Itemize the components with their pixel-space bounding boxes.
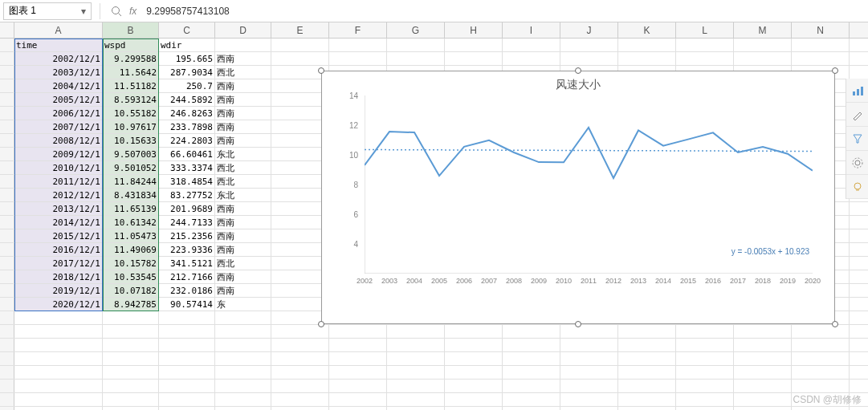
column-header-B[interactable]: B bbox=[103, 22, 159, 38]
cell[interactable] bbox=[676, 52, 734, 65]
column-header-E[interactable]: E bbox=[271, 22, 329, 38]
cell[interactable] bbox=[560, 39, 618, 51]
cell[interactable]: wdir bbox=[159, 39, 215, 51]
cell[interactable] bbox=[329, 39, 387, 51]
cell[interactable]: 8.593124 bbox=[103, 93, 159, 106]
cell[interactable]: 90.57414 bbox=[159, 298, 215, 311]
cell[interactable] bbox=[215, 311, 271, 324]
cell[interactable] bbox=[14, 366, 103, 379]
cell[interactable] bbox=[271, 393, 329, 406]
cell[interactable]: 8.942785 bbox=[103, 298, 159, 311]
resize-handle-tl[interactable] bbox=[318, 67, 324, 74]
cell[interactable] bbox=[676, 325, 734, 338]
cell[interactable] bbox=[329, 380, 387, 392]
cell[interactable]: 2018/12/1 bbox=[14, 270, 103, 283]
row-header[interactable] bbox=[0, 189, 14, 201]
cell[interactable] bbox=[103, 352, 159, 365]
row-header[interactable] bbox=[0, 380, 14, 392]
cell[interactable] bbox=[734, 52, 792, 65]
cell[interactable]: 西南 bbox=[215, 284, 271, 297]
cell[interactable] bbox=[792, 325, 850, 338]
cell[interactable] bbox=[560, 339, 618, 351]
row-header[interactable] bbox=[0, 284, 14, 297]
zoom-icon[interactable] bbox=[108, 3, 124, 19]
resize-handle-bm[interactable] bbox=[575, 321, 581, 327]
cell[interactable]: 西南 bbox=[215, 79, 271, 92]
cell[interactable] bbox=[271, 366, 329, 379]
cell[interactable] bbox=[792, 352, 850, 365]
column-header-G[interactable]: G bbox=[387, 22, 445, 38]
column-header-D[interactable]: D bbox=[215, 22, 271, 38]
cell[interactable] bbox=[159, 311, 215, 324]
cell[interactable]: 2017/12/1 bbox=[14, 257, 103, 270]
cell[interactable] bbox=[329, 393, 387, 406]
cell[interactable] bbox=[14, 407, 103, 410]
column-header-M[interactable]: M bbox=[734, 22, 792, 38]
cell[interactable]: 西南 bbox=[215, 229, 271, 242]
row-header[interactable] bbox=[0, 66, 14, 79]
cell[interactable]: 西南 bbox=[215, 134, 271, 147]
cell[interactable]: 2020/12/1 bbox=[14, 298, 103, 311]
cell[interactable] bbox=[503, 339, 560, 351]
cell[interactable]: 2009/12/1 bbox=[14, 148, 103, 160]
cell[interactable] bbox=[271, 352, 329, 365]
cell[interactable] bbox=[14, 352, 103, 365]
cell[interactable] bbox=[445, 39, 503, 51]
filter-funnel-icon[interactable] bbox=[846, 127, 868, 151]
cell[interactable] bbox=[734, 39, 792, 51]
cell[interactable] bbox=[103, 311, 159, 324]
cell[interactable]: 西南 bbox=[215, 52, 271, 65]
row-header[interactable] bbox=[0, 243, 14, 256]
cell[interactable] bbox=[445, 339, 503, 351]
cell[interactable]: 11.51182 bbox=[103, 79, 159, 92]
cell[interactable]: 244.7133 bbox=[159, 216, 215, 229]
cell[interactable] bbox=[215, 352, 271, 365]
cell[interactable]: 201.9689 bbox=[159, 202, 215, 215]
column-header-K[interactable]: K bbox=[618, 22, 676, 38]
cell[interactable] bbox=[676, 39, 734, 51]
cell[interactable] bbox=[271, 380, 329, 392]
cell[interactable]: 2013/12/1 bbox=[14, 202, 103, 215]
cell[interactable]: 318.4854 bbox=[159, 175, 215, 188]
cell[interactable] bbox=[14, 339, 103, 351]
cell[interactable]: wspd bbox=[103, 39, 159, 51]
cell[interactable]: 2004/12/1 bbox=[14, 79, 103, 92]
cell[interactable] bbox=[387, 339, 445, 351]
row-header[interactable] bbox=[0, 339, 14, 351]
cell[interactable]: 10.97617 bbox=[103, 120, 159, 133]
cell[interactable] bbox=[14, 380, 103, 392]
cell[interactable] bbox=[215, 325, 271, 338]
row-header[interactable] bbox=[0, 325, 14, 338]
cell[interactable] bbox=[676, 407, 734, 410]
row-header[interactable] bbox=[0, 311, 14, 324]
chart-title[interactable]: 风速大小 bbox=[322, 71, 834, 95]
cell[interactable]: 2015/12/1 bbox=[14, 229, 103, 242]
cell[interactable] bbox=[734, 366, 792, 379]
cell[interactable]: 215.2356 bbox=[159, 229, 215, 242]
cell[interactable] bbox=[387, 393, 445, 406]
cell[interactable] bbox=[734, 380, 792, 392]
cell[interactable]: 287.9034 bbox=[159, 66, 215, 79]
cell[interactable] bbox=[329, 52, 387, 65]
row-header[interactable] bbox=[0, 120, 14, 133]
row-header[interactable] bbox=[0, 161, 14, 174]
cell[interactable] bbox=[103, 407, 159, 410]
cell[interactable]: 东北 bbox=[215, 189, 271, 201]
cell[interactable]: 195.665 bbox=[159, 52, 215, 65]
cell[interactable] bbox=[618, 39, 676, 51]
cell[interactable] bbox=[445, 52, 503, 65]
embedded-chart[interactable]: 风速大小 468101214 2002200320042005200620072… bbox=[321, 71, 835, 324]
cell[interactable] bbox=[503, 352, 560, 365]
cell[interactable]: 9.501052 bbox=[103, 161, 159, 174]
cell[interactable]: 2005/12/1 bbox=[14, 93, 103, 106]
cell[interactable] bbox=[445, 352, 503, 365]
row-header[interactable] bbox=[0, 79, 14, 92]
cell[interactable]: 11.49069 bbox=[103, 243, 159, 256]
cell[interactable]: 西南 bbox=[215, 216, 271, 229]
cell[interactable] bbox=[159, 366, 215, 379]
cell[interactable]: 11.05473 bbox=[103, 229, 159, 242]
trendline-equation[interactable]: y = -0.0053x + 10.923 bbox=[731, 247, 809, 256]
cell[interactable]: 232.0186 bbox=[159, 284, 215, 297]
cell[interactable] bbox=[159, 352, 215, 365]
row-header[interactable] bbox=[0, 93, 14, 106]
